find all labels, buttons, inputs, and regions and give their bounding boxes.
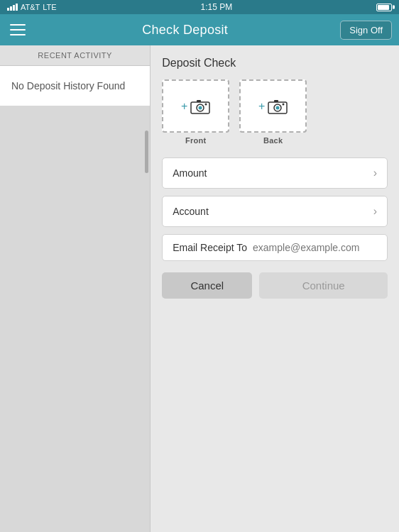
svg-point-4 xyxy=(205,103,207,105)
email-receipt-label: Email Receipt To xyxy=(173,242,247,253)
status-right xyxy=(376,4,392,11)
account-label: Account xyxy=(173,206,209,217)
deposit-check-title: Deposit Check xyxy=(162,57,388,70)
front-photo-wrap: + Front xyxy=(162,79,229,145)
back-plus-icon: + xyxy=(258,100,265,113)
carrier-label: AT&T xyxy=(21,3,40,11)
amount-field[interactable]: Amount › xyxy=(162,157,388,189)
network-label: LTE xyxy=(43,3,56,11)
battery-fill xyxy=(378,5,389,10)
front-camera-icon xyxy=(190,99,210,114)
recent-activity-header: RECENT ACTIVITY xyxy=(0,45,150,66)
back-photo-button[interactable]: + xyxy=(239,79,307,133)
battery-icon xyxy=(376,4,392,11)
no-deposit-message: No Deposit History Found xyxy=(0,66,150,106)
right-panel: Deposit Check + Front xyxy=(151,45,399,532)
menu-icon-line1 xyxy=(10,24,26,26)
button-row: Cancel Continue xyxy=(162,272,388,299)
svg-point-7 xyxy=(276,106,280,109)
account-chevron-icon: › xyxy=(373,205,377,218)
status-left: AT&T LTE xyxy=(7,3,57,11)
left-panel: RECENT ACTIVITY No Deposit History Found xyxy=(0,45,151,532)
page-title: Check Deposit xyxy=(142,23,228,38)
front-label: Front xyxy=(185,136,207,145)
menu-icon-line3 xyxy=(10,34,26,35)
svg-rect-3 xyxy=(197,100,201,102)
svg-rect-8 xyxy=(274,100,278,102)
scroll-indicator xyxy=(145,131,148,173)
amount-label: Amount xyxy=(173,167,207,179)
amount-chevron-icon: › xyxy=(373,167,377,179)
account-field[interactable]: Account › xyxy=(162,196,388,227)
sign-off-button[interactable]: Sign Off xyxy=(340,21,392,40)
camera-row: + Front + xyxy=(162,79,388,145)
email-input[interactable] xyxy=(253,242,377,253)
main-layout: RECENT ACTIVITY No Deposit History Found… xyxy=(0,45,399,532)
nav-bar: Check Deposit Sign Off xyxy=(0,14,399,45)
svg-point-2 xyxy=(199,106,202,109)
status-time: 1:15 PM xyxy=(200,2,232,12)
front-plus-icon: + xyxy=(181,100,187,113)
cancel-button[interactable]: Cancel xyxy=(162,272,252,299)
status-bar: AT&T LTE 1:15 PM xyxy=(0,0,399,14)
back-camera-icon xyxy=(268,99,288,114)
menu-icon-line2 xyxy=(10,29,26,31)
back-label: Back xyxy=(263,136,283,145)
menu-button[interactable] xyxy=(7,18,30,41)
svg-point-9 xyxy=(283,103,285,105)
continue-button[interactable]: Continue xyxy=(259,272,388,299)
signal-icon xyxy=(7,4,18,11)
front-photo-button[interactable]: + xyxy=(162,79,229,133)
email-row: Email Receipt To xyxy=(162,234,388,261)
back-photo-wrap: + Back xyxy=(239,79,307,145)
